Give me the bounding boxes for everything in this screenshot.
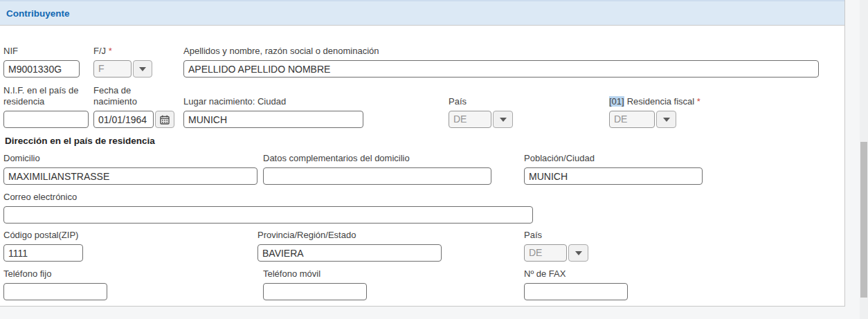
codigo-postal-input[interactable] [3, 244, 83, 262]
telefono-movil-input[interactable] [263, 283, 367, 300]
residencia-fiscal-dropdown-button[interactable] [656, 111, 676, 128]
correo-input[interactable] [3, 206, 533, 224]
residencia-fiscal-label: Residencia fiscal [627, 96, 695, 107]
fax-field-group: Nº de FAX [524, 268, 628, 300]
lugar-nacimiento-label: Lugar nacimiento: Ciudad [183, 96, 363, 107]
nif-field-group: NIF [3, 46, 80, 78]
fax-label: Nº de FAX [524, 268, 628, 280]
correo-label: Correo electrónico [3, 192, 533, 203]
nif-residencia-field-group: N.I.F. en el país de residencia [3, 85, 93, 128]
pais-direccion-select[interactable]: DE [524, 244, 588, 262]
fj-label: F/J [93, 46, 106, 56]
datos-complementarios-label: Datos complementarios del domicilio [263, 153, 491, 164]
telefono-fijo-input[interactable] [3, 283, 107, 300]
telefono-fijo-label: Teléfono fijo [3, 268, 107, 280]
poblacion-input[interactable] [524, 167, 703, 185]
nif-input[interactable] [3, 60, 80, 78]
direccion-section-heading: Dirección en el país de residencia [5, 136, 155, 146]
fj-select[interactable]: F [93, 60, 152, 78]
telefono-movil-field-group: Teléfono móvil [263, 268, 367, 300]
pais-direccion-field-group: País DE [524, 230, 588, 262]
provincia-label: Provincia/Región/Estado [257, 230, 442, 241]
panel-header: Contribuyente [0, 0, 844, 26]
apellidos-label: Apellidos y nombre, razón social o denom… [183, 46, 819, 57]
fj-select-value: F [93, 60, 132, 78]
pais-nacimiento-field-group: País DE [449, 96, 513, 128]
pais-direccion-dropdown-button[interactable] [568, 244, 588, 262]
pais-nacimiento-label: País [449, 96, 513, 107]
panel-title: Contribuyente [6, 8, 70, 19]
pais-nacimiento-select[interactable]: DE [449, 111, 513, 128]
domicilio-field-group: Domicilio [3, 153, 257, 185]
datos-complementarios-field-group: Datos complementarios del domicilio [263, 153, 491, 185]
nif-label: NIF [3, 46, 80, 57]
codigo-postal-label: Código postal(ZIP) [3, 230, 83, 241]
contribuyente-panel: Contribuyente NIF F/J * F Apellidos y no… [0, 0, 845, 307]
pais-nacimiento-dropdown-button[interactable] [493, 111, 513, 128]
correo-field-group: Correo electrónico [3, 192, 533, 224]
fecha-nacimiento-input[interactable] [93, 111, 154, 128]
calendar-icon [160, 115, 170, 125]
residencia-fiscal-code: [01] [609, 96, 624, 107]
chevron-down-icon [663, 118, 670, 122]
chevron-down-icon [139, 67, 146, 71]
apellidos-input[interactable] [183, 60, 819, 78]
domicilio-input[interactable] [3, 167, 257, 185]
telefono-movil-label: Teléfono móvil [263, 268, 367, 280]
apellidos-field-group: Apellidos y nombre, razón social o denom… [183, 46, 819, 78]
lugar-nacimiento-input[interactable] [183, 111, 363, 128]
calendar-button[interactable] [155, 111, 174, 128]
residencia-fiscal-select[interactable]: DE [609, 111, 700, 128]
fj-required-marker: * [109, 46, 112, 56]
fax-input[interactable] [524, 283, 628, 300]
chevron-down-icon [500, 118, 507, 122]
poblacion-field-group: Población/Ciudad [524, 153, 703, 185]
taxpayer-form-page: Contribuyente NIF F/J * F Apellidos y no… [0, 0, 868, 319]
provincia-input[interactable] [257, 244, 442, 262]
poblacion-label: Población/Ciudad [524, 153, 703, 164]
fj-dropdown-button[interactable] [133, 60, 152, 78]
fecha-nacimiento-label: Fecha de nacimiento [93, 85, 150, 107]
telefono-fijo-field-group: Teléfono fijo [3, 268, 107, 300]
fj-field-group: F/J * F [93, 46, 152, 78]
pais-nacimiento-select-value: DE [449, 111, 491, 128]
domicilio-label: Domicilio [3, 153, 257, 164]
nif-residencia-input[interactable] [3, 111, 89, 128]
vertical-scrollbar[interactable] [860, 0, 868, 319]
provincia-field-group: Provincia/Región/Estado [257, 230, 442, 262]
lugar-nacimiento-field-group: Lugar nacimiento: Ciudad [183, 96, 363, 128]
residencia-fiscal-required-marker: * [697, 96, 700, 107]
pais-direccion-select-value: DE [524, 244, 567, 262]
datos-complementarios-input[interactable] [263, 167, 491, 185]
fecha-nacimiento-field-group: Fecha de nacimiento [93, 85, 174, 128]
nif-residencia-label: N.I.F. en el país de residencia [3, 85, 93, 107]
chevron-down-icon [575, 251, 582, 255]
scrollbar-thumb[interactable] [860, 142, 867, 298]
pais-direccion-label: País [524, 230, 588, 241]
codigo-postal-field-group: Código postal(ZIP) [3, 230, 83, 262]
residencia-fiscal-select-value: DE [609, 111, 655, 128]
residencia-fiscal-field-group: [01]Residencia fiscal * DE [609, 96, 700, 128]
